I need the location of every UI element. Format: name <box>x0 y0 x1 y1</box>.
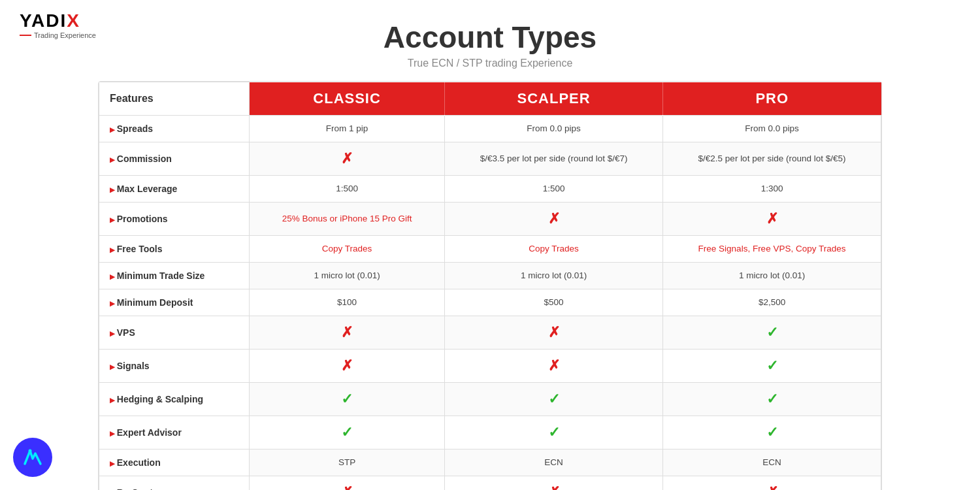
table-row: Minimum Trade Size1 micro lot (0.01)1 mi… <box>99 262 881 289</box>
classic-cross-icon: ✗ <box>341 357 353 374</box>
classic-promotion-link[interactable]: 25% Bonus or iPhone 15 Pro Gift <box>282 214 412 223</box>
table-row: Promotions25% Bonus or iPhone 15 Pro Gif… <box>99 202 881 235</box>
scalper-value: ✗ <box>445 476 663 490</box>
scalper-value: ✗ <box>445 316 663 349</box>
feature-name: Max Leverage <box>99 175 250 202</box>
classic-check-icon: ✓ <box>341 391 353 407</box>
table-row: Commission✗$/€3.5 per lot per side (roun… <box>99 142 881 175</box>
classic-value: ✗ <box>250 142 445 175</box>
pro-value: $/€2.5 per lot per side (round lot $/€5) <box>663 142 881 175</box>
pro-value: ✓ <box>663 416 881 449</box>
table-row: SpreadsFrom 1 pipFrom 0.0 pipsFrom 0.0 p… <box>99 115 881 142</box>
classic-value: 1 micro lot (0.01) <box>250 262 445 289</box>
feature-name: Free Tools <box>99 235 250 262</box>
logo-tagline: Trading Experience <box>20 31 96 39</box>
feature-name: Spreads <box>99 115 250 142</box>
classic-value: ✗ <box>250 349 445 382</box>
feature-name: VPS <box>99 316 250 349</box>
feature-name: Hedging & Scalping <box>99 382 250 416</box>
table-row: Minimum Deposit$100$500$2,500 <box>99 289 881 316</box>
pro-value: ✗ <box>663 476 881 490</box>
classic-header: CLASSIC <box>250 82 445 116</box>
pro-value: ✓ <box>663 382 881 416</box>
classic-check-icon: ✓ <box>341 424 353 440</box>
feature-name: Execution <box>99 449 250 476</box>
table-row: Free ToolsCopy TradesCopy TradesFree Sig… <box>99 235 881 262</box>
pro-cross-icon: ✗ <box>766 484 778 491</box>
corner-badge[interactable] <box>13 438 52 477</box>
classic-value: ✓ <box>250 382 445 416</box>
classic-value: ✗ <box>250 316 445 349</box>
page-title: Account Types <box>20 20 960 55</box>
pro-check-icon: ✓ <box>766 391 778 407</box>
feature-name: Promotions <box>99 202 250 235</box>
classic-value: From 1 pip <box>250 115 445 142</box>
feature-name: Expert Advisor <box>99 416 250 449</box>
classic-value: ✗ <box>250 476 445 490</box>
table-row: Hedging & Scalping✓✓✓ <box>99 382 881 416</box>
table-row: Signals✗✗✓ <box>99 349 881 382</box>
feature-name: Minimum Trade Size <box>99 262 250 289</box>
scalper-value: Copy Trades <box>445 235 663 262</box>
pro-value: 1:300 <box>663 175 881 202</box>
scalper-value: From 0.0 pips <box>445 115 663 142</box>
pro-cross-icon: ✗ <box>766 210 778 227</box>
logo-text: YADIX <box>20 12 96 30</box>
classic-value: $100 <box>250 289 445 316</box>
classic-cross-icon: ✗ <box>341 150 353 167</box>
pro-value: 1 micro lot (0.01) <box>663 262 881 289</box>
classic-value: 1:500 <box>250 175 445 202</box>
page-header: Account Types True ECN / STP trading Exp… <box>20 13 960 81</box>
account-types-table: Features CLASSIC SCALPER PRO SpreadsFrom… <box>98 81 882 490</box>
scalper-value: 1 micro lot (0.01) <box>445 262 663 289</box>
table-row: VPS✗✗✓ <box>99 316 881 349</box>
classic-cross-icon: ✗ <box>341 324 353 340</box>
scalper-value: 1:500 <box>445 175 663 202</box>
scalper-check-icon: ✓ <box>548 424 560 440</box>
scalper-cross-icon: ✗ <box>548 324 560 340</box>
pro-value: Free Signals, Free VPS, Copy Trades <box>663 235 881 262</box>
pro-value: $2,500 <box>663 289 881 316</box>
feature-name: Re-Quotes <box>99 476 250 490</box>
table-row: Expert Advisor✓✓✓ <box>99 416 881 449</box>
svg-point-0 <box>29 449 32 453</box>
page-subtitle: True ECN / STP trading Experience <box>20 57 960 69</box>
logo: YADIX Trading Experience <box>20 12 96 39</box>
feature-name: Signals <box>99 349 250 382</box>
scalper-header: SCALPER <box>445 82 663 116</box>
pro-free-tools-link[interactable]: Free Signals, Free VPS, Copy Trades <box>698 244 846 253</box>
classic-free-tools-link[interactable]: Copy Trades <box>322 244 372 253</box>
pro-value: ECN <box>663 449 881 476</box>
feature-name: Commission <box>99 142 250 175</box>
pro-check-icon: ✓ <box>766 424 778 440</box>
table-row: Max Leverage1:5001:5001:300 <box>99 175 881 202</box>
scalper-cross-icon: ✗ <box>548 484 560 491</box>
feature-name: Minimum Deposit <box>99 289 250 316</box>
scalper-cross-icon: ✗ <box>548 210 560 227</box>
scalper-value: ✓ <box>445 416 663 449</box>
pro-value: ✓ <box>663 349 881 382</box>
classic-cross-icon: ✗ <box>341 484 353 491</box>
scalper-value: ✓ <box>445 382 663 416</box>
pro-header: PRO <box>663 82 881 116</box>
pro-value: ✓ <box>663 316 881 349</box>
pro-check-icon: ✓ <box>766 357 778 374</box>
pro-check-icon: ✓ <box>766 324 778 340</box>
scalper-value: $/€3.5 per lot per side (round lot $/€7) <box>445 142 663 175</box>
table-row: ExecutionSTPECNECN <box>99 449 881 476</box>
scalper-value: ✗ <box>445 202 663 235</box>
table-row: Re-Quotes✗✗✗ <box>99 476 881 490</box>
features-header: Features <box>99 82 250 116</box>
scalper-value: $500 <box>445 289 663 316</box>
scalper-free-tools-link[interactable]: Copy Trades <box>529 244 579 253</box>
scalper-value: ECN <box>445 449 663 476</box>
classic-value: Copy Trades <box>250 235 445 262</box>
classic-value: ✓ <box>250 416 445 449</box>
pro-value: ✗ <box>663 202 881 235</box>
classic-value: STP <box>250 449 445 476</box>
scalper-check-icon: ✓ <box>548 391 560 407</box>
pro-value: From 0.0 pips <box>663 115 881 142</box>
scalper-cross-icon: ✗ <box>548 357 560 374</box>
scalper-value: ✗ <box>445 349 663 382</box>
classic-value: 25% Bonus or iPhone 15 Pro Gift <box>250 202 445 235</box>
